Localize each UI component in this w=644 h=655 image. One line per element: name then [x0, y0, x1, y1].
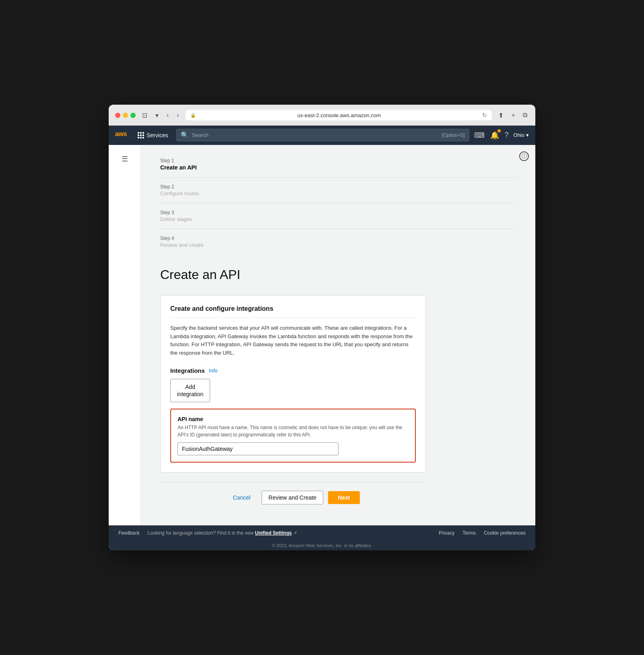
cookie-preferences-link[interactable]: Cookie preferences	[484, 530, 526, 536]
step-1-label: Step 1	[160, 158, 516, 163]
aws-footer: Feedback Looking for language selection?…	[109, 525, 535, 541]
card-description: Specify the backend services that your A…	[170, 324, 416, 357]
step-2-item: Step 2 Configure routes	[160, 184, 516, 203]
sidebar-menu-icon[interactable]: ☰	[118, 151, 131, 167]
review-and-create-button[interactable]: Review and Create	[262, 491, 323, 504]
notification-badge	[497, 129, 501, 132]
new-tab-button[interactable]: ＋	[508, 110, 518, 121]
traffic-lights	[115, 113, 136, 118]
search-shortcut: [Option+S]	[442, 132, 464, 138]
sidebar: ☰	[109, 145, 141, 526]
card-title: Create and configure integrations	[170, 305, 416, 318]
api-name-label: API name	[178, 416, 409, 422]
chevron-down-icon: ▾	[526, 132, 529, 138]
svg-text:aws: aws	[115, 130, 127, 137]
feedback-link[interactable]: Feedback	[118, 530, 140, 536]
cancel-button[interactable]: Cancel	[226, 491, 257, 504]
info-link[interactable]: Info	[209, 368, 218, 374]
url-display: us-east-2.console.aws.amazon.com	[199, 112, 479, 118]
region-selector[interactable]: Ohio ▾	[514, 132, 529, 138]
step-2-label: Step 2	[160, 184, 516, 190]
lock-icon: 🔒	[190, 113, 196, 118]
back-button[interactable]: ‹	[165, 111, 170, 120]
main-layout: ☰ ⓘ Step 1 Create an API Step 2 Configur…	[109, 145, 535, 526]
step-4-label: Step 4	[160, 236, 516, 241]
terms-link[interactable]: Terms	[462, 530, 476, 536]
footer-left: Feedback Looking for language selection?…	[118, 530, 297, 536]
step-4-name: Review and create	[160, 242, 516, 248]
tabs-overview-button[interactable]: ⧉	[521, 110, 529, 120]
grid-icon	[138, 132, 144, 138]
bell-icon[interactable]: 🔔	[490, 131, 499, 140]
help-icon[interactable]: ?	[505, 131, 509, 139]
api-name-description: An HTTP API must have a name. This name …	[178, 424, 409, 438]
address-bar[interactable]: 🔒 us-east-2.console.aws.amazon.com ↻	[186, 110, 492, 120]
step-3-name: Define stages	[160, 216, 516, 222]
step-1-name: Create an API	[160, 164, 516, 171]
step-4-item: Step 4 Review and create	[160, 236, 516, 254]
minimize-button[interactable]	[123, 113, 128, 118]
nav-icons: ⌨ 🔔 ?	[474, 131, 509, 140]
close-button[interactable]	[115, 113, 120, 118]
step-3-item: Step 3 Define stages	[160, 210, 516, 229]
add-integration-button[interactable]: Add integration	[170, 379, 210, 402]
sidebar-toggle-button[interactable]: ⊡	[140, 111, 149, 120]
footer-actions: Cancel Review and Create Next	[160, 482, 426, 512]
integrations-header: Integrations Info	[170, 367, 416, 374]
footer-right: Privacy Terms Cookie preferences	[439, 530, 526, 536]
forward-button[interactable]: ›	[175, 111, 180, 120]
page-title: Create an API	[160, 267, 516, 282]
services-menu-button[interactable]: Services	[134, 132, 171, 138]
privacy-link[interactable]: Privacy	[439, 530, 454, 536]
region-label: Ohio	[514, 132, 524, 138]
api-name-section: API name An HTTP API must have a name. T…	[170, 409, 416, 463]
search-icon: 🔍	[181, 131, 189, 139]
footer-language-text: Looking for language selection? Find it …	[148, 530, 297, 536]
refresh-icon[interactable]: ↻	[482, 112, 487, 118]
search-bar[interactable]: 🔍 [Option+S]	[176, 129, 469, 141]
terminal-icon[interactable]: ⌨	[474, 131, 485, 140]
api-name-input[interactable]	[178, 442, 339, 455]
share-button[interactable]: ⬆	[497, 110, 505, 121]
step-3-label: Step 3	[160, 210, 516, 215]
next-button[interactable]: Next	[328, 491, 359, 504]
step-2-name: Configure routes	[160, 190, 516, 196]
unified-settings-link[interactable]: Unified Settings	[255, 530, 292, 536]
services-label: Services	[147, 132, 168, 138]
aws-logo[interactable]: aws	[115, 130, 128, 141]
aws-navbar: aws Services 🔍 [Option+S] ⌨ 🔔 ?	[109, 126, 535, 145]
stepper: Step 1 Create an API Step 2 Configure ro…	[160, 158, 516, 254]
add-integration-label: Add integration	[177, 384, 203, 397]
maximize-button[interactable]	[130, 113, 136, 118]
chevron-down-icon[interactable]: ▾	[154, 111, 160, 120]
step-1-item: Step 1 Create an API	[160, 158, 516, 178]
info-circle-icon[interactable]: ⓘ	[519, 151, 529, 161]
browser-action-buttons: ⬆ ＋ ⧉	[497, 110, 529, 121]
footer-copyright: © 2023, Amazon Web Services, Inc. or its…	[109, 541, 535, 550]
integrations-label: Integrations	[170, 367, 205, 374]
search-input[interactable]	[192, 132, 439, 138]
create-configure-card: Create and configure integrations Specif…	[160, 295, 426, 473]
content-area: ⓘ Step 1 Create an API Step 2 Configure …	[141, 145, 535, 526]
